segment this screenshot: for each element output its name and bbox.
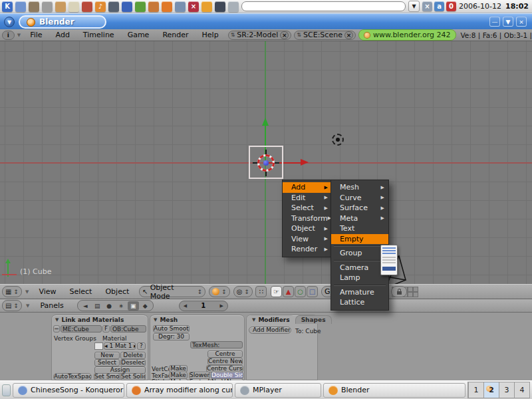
window-type-button[interactable]: ▦ ↕ (2, 286, 22, 297)
menu-item[interactable]: Object ▶ (283, 223, 332, 234)
launcher-icon[interactable] (135, 1, 146, 12)
launcher-icon[interactable] (55, 1, 66, 12)
panel-collapse-icon[interactable]: ▼ (55, 317, 59, 323)
layer-cell[interactable] (408, 287, 413, 292)
submenu-item[interactable]: Lattice (331, 297, 388, 308)
scene-browse-icon[interactable]: ⇅ (297, 32, 301, 38)
menubar-menu[interactable]: File (23, 31, 49, 39)
tab-shapes[interactable]: Shapes (295, 315, 332, 324)
launcher-icon[interactable]: K (2, 1, 13, 12)
buttons-context-icon[interactable]: ◄ (80, 301, 91, 311)
launcher-icon[interactable] (42, 1, 53, 12)
viewport-3d[interactable]: (1) Cube (0, 41, 532, 284)
submenu-item[interactable]: Meta ▶ (331, 213, 388, 224)
layer-cell[interactable] (413, 292, 418, 297)
viewport-menu[interactable]: Select (63, 287, 99, 296)
launcher-icon[interactable] (108, 1, 119, 12)
buttons-context-icon[interactable]: ▤ (92, 301, 103, 311)
set-smooth-button[interactable]: Set Smooth (94, 373, 120, 380)
fake-user-button[interactable]: F (102, 325, 110, 332)
deselect-button[interactable]: Deselect (120, 359, 146, 366)
draw-type-dropdown[interactable]: ↕ (209, 286, 230, 297)
info-window-button[interactable]: i (2, 31, 15, 40)
pager-cell[interactable]: 4 (514, 382, 529, 398)
submenu-item[interactable]: Text (331, 223, 388, 234)
delete-button[interactable]: Delete (120, 352, 146, 359)
autotexspace-button[interactable]: AutoTexSpace (53, 373, 92, 380)
manipulator-rotate-button[interactable]: ○ (295, 286, 306, 297)
manipulator-scale-button[interactable]: □ (307, 286, 318, 297)
manipulator-translate-button[interactable]: ▲ (283, 286, 294, 297)
layer-lock-button[interactable] (391, 286, 407, 297)
pager-cell[interactable]: 3 (499, 382, 514, 398)
submenu-item[interactable]: Empty (331, 234, 388, 245)
material-question-button[interactable]: ? (137, 342, 146, 350)
tray-icon[interactable]: × (422, 1, 432, 11)
centre-button[interactable]: Centre (207, 350, 243, 358)
window-menu-button[interactable]: ▼ (4, 17, 15, 27)
menu-item[interactable]: Render ▶ (283, 244, 332, 255)
layer-cell[interactable] (408, 292, 413, 297)
launcher-icon[interactable] (82, 1, 92, 12)
texmesh-field[interactable]: TexMesh: (190, 341, 243, 348)
window-titlebar[interactable]: ▼ Blender — ▼ × (0, 13, 532, 30)
submenu-item[interactable]: Mesh ▶ (331, 182, 388, 193)
launcher-icon[interactable] (122, 1, 132, 12)
scene-selector[interactable]: ⇅ SCE:Scene × (294, 31, 356, 40)
launcher-icon[interactable]: ♪ (95, 1, 106, 12)
auto-smooth-button[interactable]: Auto Smooth (153, 325, 190, 332)
launcher-icon[interactable] (175, 1, 186, 12)
new-button[interactable]: New (94, 352, 120, 359)
menu-item[interactable]: Add ▶ (283, 182, 332, 193)
close-button[interactable]: × (516, 17, 527, 27)
task-button[interactable]: Array modifier along curve (126, 383, 233, 398)
launcher-icon[interactable] (15, 1, 26, 12)
panel-collapse-icon[interactable]: ▼ (154, 317, 157, 323)
snap-grid-button[interactable]: ∷ (255, 286, 267, 297)
viewport-menu[interactable]: Object (98, 287, 136, 296)
screen-selector[interactable]: ⇅ SR:2-Model × (228, 31, 292, 40)
show-desktop-button[interactable] (2, 384, 11, 396)
launcher-icon[interactable]: × (188, 1, 199, 12)
launcher-icon[interactable] (68, 1, 79, 12)
pager-cell[interactable]: 2 (483, 382, 499, 398)
scene-delete-button[interactable]: × (344, 31, 353, 39)
set-solid-button[interactable]: Set Solid (120, 373, 146, 380)
minimize-button[interactable]: — (489, 17, 500, 27)
launcher-icon[interactable] (162, 1, 172, 12)
mode-dropdown[interactable]: ↖ Object Mode ↕ (139, 286, 205, 297)
mesh-name-field[interactable]: ME:Cube (61, 325, 102, 332)
menu-item[interactable]: Transform ▶ (283, 213, 332, 224)
add-modifier-dropdown[interactable]: Add Modifier↕ (249, 327, 291, 334)
screen-browse-icon[interactable]: ⇅ (231, 32, 235, 38)
buttons-context-icon[interactable]: ● (104, 301, 115, 311)
manipulator-x-arrow[interactable] (301, 159, 309, 166)
submenu-item[interactable]: Curve ▶ (331, 193, 388, 203)
window-type-button[interactable]: ▤ ↕ (2, 300, 22, 311)
menubar-menu[interactable]: Add (49, 31, 76, 39)
run-command-input[interactable] (241, 1, 406, 11)
material-color-swatch[interactable] (94, 342, 103, 350)
menubar-menu[interactable]: Help (196, 31, 225, 39)
menubar-menu[interactable]: Render (156, 31, 195, 39)
buttons-context-icon[interactable]: ∗ (116, 301, 127, 311)
collapse-arrow-icon[interactable]: ▼ (15, 33, 23, 38)
submenu-item[interactable]: Surface ▶ (331, 203, 388, 213)
task-button[interactable]: MPlayer (235, 383, 321, 398)
pivot-dropdown[interactable]: ◎ ↕ (233, 286, 253, 297)
buttons-context-icon[interactable]: ▣ (128, 301, 139, 311)
frame-counter[interactable]: ◀ 1 ▶ (179, 301, 228, 311)
task-button[interactable]: Blender (323, 383, 466, 398)
menubar-menu[interactable]: Game (121, 31, 156, 39)
submenu-item[interactable]: Armature (331, 287, 388, 298)
collapse-arrow-icon[interactable]: ▼ (23, 289, 31, 295)
launcher-icon[interactable] (215, 1, 225, 12)
menubar-menu[interactable]: Timeline (76, 31, 121, 39)
frame-next-icon[interactable]: ▶ (219, 303, 223, 309)
degr-slider[interactable]: Degr: 30 (153, 333, 190, 340)
menu-item[interactable]: Select ▶ (283, 203, 332, 213)
tab-modifiers[interactable]: ▼ Modifiers (247, 315, 295, 324)
menu-item[interactable]: Edit ▶ (283, 193, 332, 203)
material-index-stepper[interactable]: ◂ 1 Mat 1 ▸ (104, 342, 136, 350)
mesh-browse-button[interactable]: − (53, 325, 60, 332)
